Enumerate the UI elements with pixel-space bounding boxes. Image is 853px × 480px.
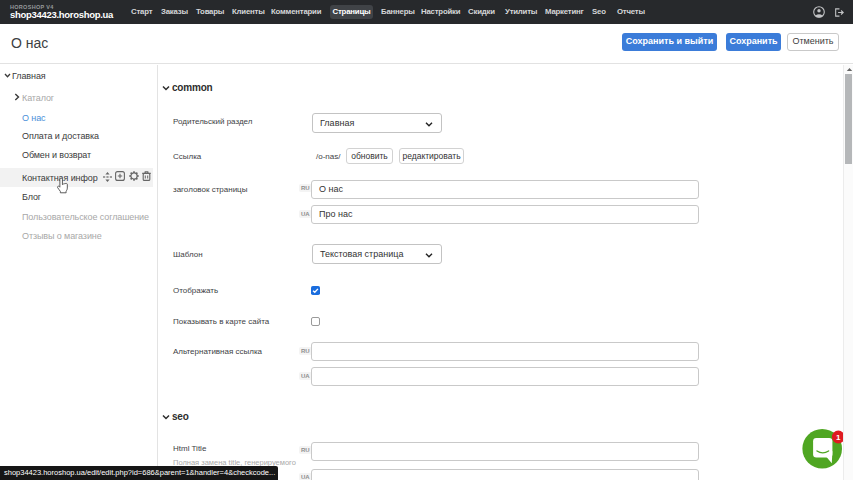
svg-text:1: 1 bbox=[836, 433, 841, 442]
